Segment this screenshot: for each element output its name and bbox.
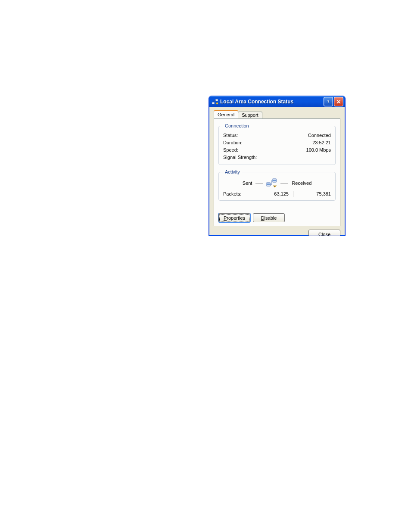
close-accel: C	[318, 232, 322, 236]
disable-accel: D	[261, 215, 265, 221]
disable-rest: isable	[265, 215, 277, 221]
tab-general[interactable]: General	[214, 110, 238, 118]
svg-rect-0	[212, 102, 215, 104]
packets-label: Packets:	[223, 191, 253, 196]
status-label: Status:	[223, 132, 238, 139]
speed-value: 100.0 Mbps	[306, 146, 331, 154]
received-label: Received	[292, 180, 311, 186]
signal-label: Signal Strength:	[223, 154, 257, 161]
duration-label: Duration:	[223, 139, 243, 146]
sent-label: Sent	[243, 180, 252, 186]
svg-rect-8	[274, 186, 275, 187]
packets-received-value: 75,381	[297, 191, 331, 196]
dialog-footer: Close	[214, 230, 340, 236]
svg-point-2	[216, 103, 218, 104]
properties-rest: roperties	[227, 215, 245, 221]
speed-row: Speed: 100.0 Mbps	[223, 146, 331, 154]
svg-rect-5	[267, 184, 270, 185]
properties-button[interactable]: Properties	[218, 213, 250, 222]
divider-line	[280, 183, 288, 184]
svg-text:?: ?	[327, 100, 330, 104]
packets-sent-value: 63,125	[255, 191, 289, 196]
network-status-icon	[212, 98, 218, 105]
client-area: GeneralSupport Connection Status: Connec…	[210, 107, 344, 234]
titlebar[interactable]: Local Area Connection Status ?	[209, 96, 345, 107]
window-title: Local Area Connection Status	[220, 99, 323, 105]
vertical-divider	[293, 191, 293, 197]
activity-legend: Activity	[223, 169, 242, 174]
tab-page-general: Connection Status: Connected Duration: 2…	[214, 118, 340, 226]
button-bar: Properties Disable	[218, 213, 285, 222]
activity-header: Sent Received	[223, 178, 331, 188]
close-rest: lose	[322, 232, 330, 236]
status-row: Status: Connected	[223, 132, 331, 139]
divider-line	[255, 183, 263, 184]
speed-label: Speed:	[223, 146, 238, 154]
network-activity-icon	[266, 178, 278, 188]
packets-row: Packets: 63,125 75,381	[223, 191, 331, 197]
connection-group: Connection Status: Connected Duration: 2…	[218, 123, 336, 165]
close-dialog-button[interactable]: Close	[308, 230, 340, 236]
signal-row: Signal Strength:	[223, 154, 331, 161]
dialog-window: Local Area Connection Status ? GeneralSu…	[209, 96, 346, 236]
tabstrip: GeneralSupport	[214, 110, 340, 118]
duration-row: Duration: 23:52:21	[223, 139, 331, 146]
duration-value: 23:52:21	[312, 139, 331, 146]
connection-legend: Connection	[223, 123, 251, 128]
close-button[interactable]	[334, 97, 343, 106]
help-button[interactable]: ?	[324, 97, 333, 106]
svg-rect-7	[273, 180, 276, 181]
status-value: Connected	[308, 132, 331, 139]
disable-button[interactable]: Disable	[253, 213, 285, 222]
tab-support[interactable]: Support	[238, 112, 262, 118]
activity-group: Activity Sent	[218, 169, 336, 201]
